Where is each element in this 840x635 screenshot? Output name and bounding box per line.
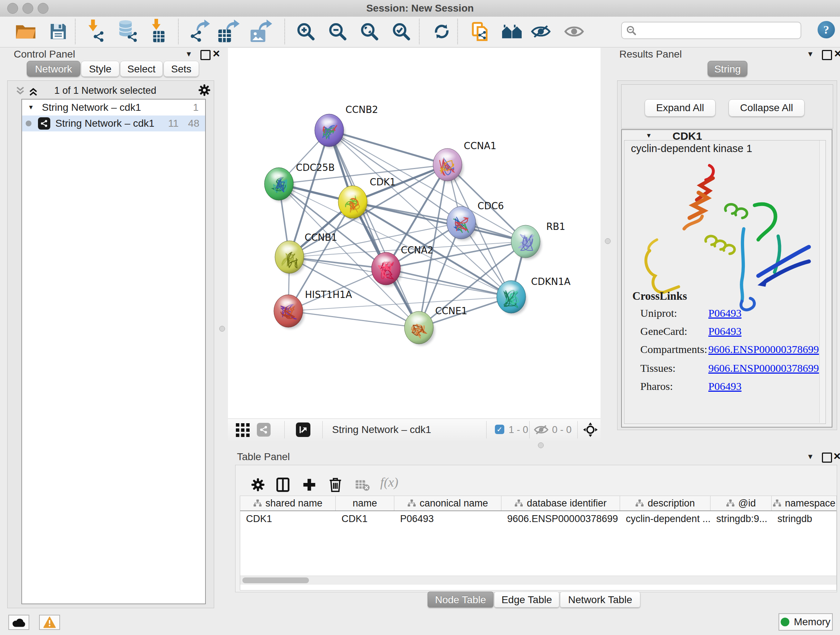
import-network-file-button[interactable] xyxy=(83,19,109,44)
shared-column-tree-icon xyxy=(726,499,735,507)
tab-network-table[interactable]: Network Table xyxy=(560,592,640,608)
tab-string[interactable]: String xyxy=(707,61,747,77)
column-header[interactable]: description xyxy=(620,496,711,510)
cell-name[interactable]: CDK1 xyxy=(336,511,394,525)
add-column-plus-icon[interactable] xyxy=(303,478,316,493)
collapse-all-chevron-icon[interactable] xyxy=(16,86,25,97)
network-row[interactable]: String Network – cdk1 11 48 xyxy=(22,116,205,131)
tab-sets[interactable]: Sets xyxy=(164,61,199,77)
column-header[interactable]: namespace xyxy=(772,496,836,510)
results-panel-menu-arrow-icon[interactable]: ▼ xyxy=(807,50,814,58)
shared-column-tree-icon xyxy=(407,499,416,507)
open-in-window-icon[interactable] xyxy=(296,423,310,437)
column-header[interactable]: @id xyxy=(711,496,772,510)
import-network-database-button[interactable] xyxy=(115,19,141,44)
zoom-in-button[interactable] xyxy=(293,19,318,44)
network-edge-count: 48 xyxy=(188,118,199,129)
cell-description[interactable]: cyclin-dependent ... xyxy=(620,511,711,525)
zoom-fit-button[interactable] xyxy=(357,19,382,44)
scrollbar-thumb[interactable] xyxy=(242,578,309,583)
table-horizontal-scrollbar[interactable] xyxy=(240,576,836,585)
tab-edge-table[interactable]: Edge Table xyxy=(494,592,559,608)
zoom-selected-button[interactable] xyxy=(388,19,414,44)
string-home-button[interactable] xyxy=(499,19,524,44)
refresh-arrows-icon xyxy=(433,22,451,41)
help-button[interactable]: ? xyxy=(818,21,835,38)
table-settings-gear-icon[interactable] xyxy=(251,478,264,493)
tab-node-table[interactable]: Node Table xyxy=(428,592,493,608)
right-splitter-handle[interactable] xyxy=(605,238,611,244)
left-splitter-handle[interactable] xyxy=(219,326,225,332)
network-label: String Network – cdk1 xyxy=(55,118,155,129)
warnings-button[interactable] xyxy=(39,615,60,630)
tab-style[interactable]: Style xyxy=(81,61,119,77)
pan-crosshair-icon[interactable] xyxy=(583,423,598,439)
collection-count: 1 xyxy=(193,102,199,113)
network-canvas[interactable]: CCNB2CCNA1CDC25BCDK1CDC6RB1CCNB1CCNA2CDK… xyxy=(228,48,600,418)
export-image-button[interactable] xyxy=(249,19,274,44)
table-panel: Table Panel ▼ × f(x) shared name name ca… xyxy=(233,450,838,609)
search-input[interactable] xyxy=(636,25,790,36)
cell-database-identifier[interactable]: 9606.ENSP00000378699 xyxy=(501,511,620,525)
show-images-button[interactable] xyxy=(561,19,587,44)
cell-shared-name[interactable]: CDK1 xyxy=(240,511,336,525)
apply-layout-button[interactable] xyxy=(429,19,454,44)
table-panel-float-button[interactable] xyxy=(822,453,832,463)
crosslink-pharos-link[interactable]: P06493 xyxy=(708,380,742,393)
collection-expand-triangle-icon[interactable]: ▼ xyxy=(28,104,34,111)
protein-card-scrollbar[interactable] xyxy=(819,141,826,423)
hidden-eye-slash-icon[interactable] xyxy=(534,424,548,436)
table-panel-close-button[interactable]: × xyxy=(834,451,840,461)
column-header[interactable]: name xyxy=(336,496,394,510)
main-toolbar: ? xyxy=(0,17,840,48)
cell-namespace[interactable]: stringdb xyxy=(772,511,836,525)
network-collection-row[interactable]: ▼ String Network – cdk1 1 xyxy=(22,100,205,116)
save-session-button[interactable] xyxy=(46,19,71,44)
cloud-status-button[interactable] xyxy=(8,615,29,630)
open-session-button[interactable] xyxy=(13,19,38,44)
crosslink-uniprot-link[interactable]: P06493 xyxy=(708,307,742,319)
export-table-button[interactable] xyxy=(216,19,242,44)
show-columns-icon[interactable] xyxy=(276,478,290,494)
crosslink-genecard-link[interactable]: P06493 xyxy=(708,325,742,337)
hide-labels-button[interactable] xyxy=(528,19,554,44)
network-options-gear-icon[interactable] xyxy=(199,84,210,97)
column-header[interactable]: database identifier xyxy=(501,496,620,510)
selected-checkbox-icon[interactable]: ✓ xyxy=(495,424,504,434)
network-share-icon xyxy=(189,30,202,44)
import-table-file-button[interactable] xyxy=(146,19,172,44)
node-table[interactable]: shared name name canonical name database… xyxy=(240,496,837,591)
shared-column-tree-icon xyxy=(635,499,644,507)
svg-text:RB1: RB1 xyxy=(546,221,565,232)
tab-network[interactable]: Network xyxy=(27,61,80,77)
control-panel-menu-arrow-icon[interactable]: ▼ xyxy=(185,50,193,58)
column-header[interactable]: canonical name xyxy=(394,496,501,510)
results-panel-float-button[interactable] xyxy=(822,50,832,60)
crosslink-compartments-link[interactable]: 9606.ENSP00000378699 xyxy=(708,343,819,356)
column-header[interactable]: shared name xyxy=(240,496,336,510)
protein-collapse-triangle-icon[interactable]: ▼ xyxy=(646,132,652,139)
expand-all-button[interactable]: Expand All xyxy=(645,99,715,117)
cell-id[interactable]: stringdb:9... xyxy=(711,511,772,525)
birdseye-grid-icon[interactable] xyxy=(236,423,249,439)
network-share-toggle-icon[interactable] xyxy=(257,423,271,437)
delete-column-trash-icon[interactable] xyxy=(329,477,342,494)
zoom-out-icon xyxy=(328,22,347,41)
cell-canonical-name[interactable]: P06493 xyxy=(394,511,501,525)
table-panel-menu-arrow-icon[interactable]: ▼ xyxy=(807,453,814,461)
collapse-all-button[interactable]: Collapse All xyxy=(729,99,805,117)
control-panel-close-button[interactable]: × xyxy=(213,49,220,58)
crosslink-tissues-link[interactable]: 9606.ENSP00000378699 xyxy=(708,362,819,374)
zoom-out-button[interactable] xyxy=(325,19,350,44)
export-network-button[interactable] xyxy=(187,19,213,44)
memory-button[interactable]: Memory xyxy=(778,613,833,631)
results-panel-close-button[interactable]: × xyxy=(834,49,840,58)
toolbar-search[interactable] xyxy=(621,22,801,39)
expand-all-chevron-icon[interactable] xyxy=(28,86,38,97)
network-graph[interactable]: CCNB2CCNA1CDC25BCDK1CDC6RB1CCNB1CCNA2CDK… xyxy=(228,48,600,418)
tab-select[interactable]: Select xyxy=(120,61,163,77)
control-panel-float-button[interactable] xyxy=(201,50,210,60)
bottom-splitter-handle[interactable] xyxy=(538,442,544,448)
duplicate-network-button[interactable] xyxy=(468,19,493,44)
table-row[interactable]: CDK1 CDK1 P06493 9606.ENSP00000378699 cy… xyxy=(240,511,836,525)
